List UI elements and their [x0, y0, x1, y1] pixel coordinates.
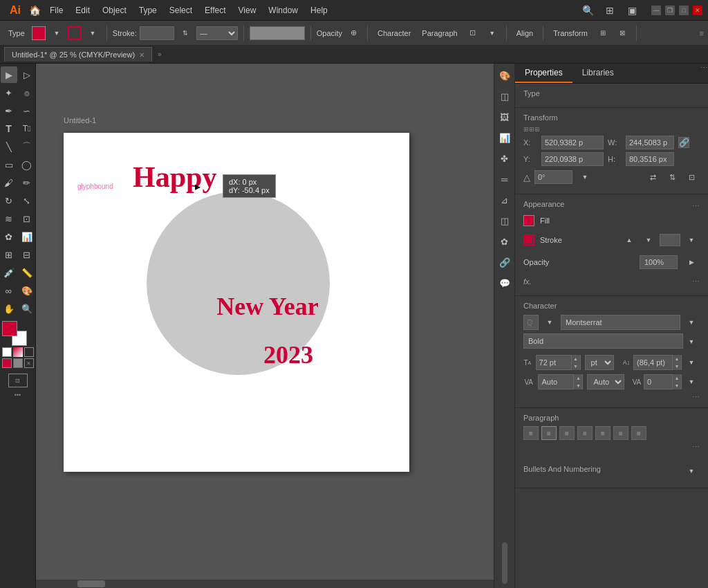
tab-libraries[interactable]: Libraries	[572, 64, 624, 83]
opacity-gradient-input[interactable]	[250, 26, 305, 40]
stroke-down-icon[interactable]: ▼	[640, 232, 657, 248]
type-options-icon[interactable]: ⊡	[465, 25, 481, 42]
align-justify-center-button[interactable]: ≡	[613, 426, 628, 440]
close-button[interactable]: ✕	[693, 6, 702, 15]
measure-tool[interactable]: 📏	[19, 264, 35, 281]
panel-more-icon[interactable]: ⋯	[700, 64, 708, 83]
opacity-options-icon[interactable]: ⊕	[345, 25, 362, 42]
direct-select-tool[interactable]: ▷	[19, 66, 35, 83]
search-icon[interactable]: 🔍	[579, 2, 596, 19]
leading-input[interactable]	[634, 357, 672, 368]
horizontal-scrollbar[interactable]	[36, 580, 506, 588]
align-left-button[interactable]: ≡	[523, 426, 539, 440]
puppet-icon[interactable]: ✤	[497, 151, 512, 166]
h-input[interactable]	[626, 152, 674, 166]
flip-vertical-icon[interactable]: ⇅	[664, 169, 680, 185]
fx-more-icon[interactable]: ⋯	[692, 277, 700, 286]
angle-input[interactable]	[534, 170, 572, 184]
symbol-icon[interactable]: ✿	[497, 234, 512, 249]
stroke-color-dropdown[interactable]: ▼	[683, 232, 700, 248]
transform-options-2[interactable]: ⊠	[614, 25, 631, 42]
image-icon[interactable]: 🖼	[497, 109, 512, 125]
slice-tool[interactable]: ⊟	[19, 246, 35, 263]
stroke-color-indicator[interactable]	[523, 235, 534, 246]
link-icon[interactable]: 🔗	[497, 255, 512, 270]
leading-down[interactable]: ▼	[673, 362, 681, 370]
transform-options-1[interactable]: ⊞	[595, 25, 611, 42]
align-justify-button[interactable]: ≡	[577, 426, 593, 440]
kerning-unit[interactable]: Auto	[587, 374, 624, 389]
menu-object[interactable]: Object	[97, 3, 132, 18]
rect-tool[interactable]: ▭	[1, 156, 17, 173]
lasso-tool[interactable]: ⌾	[19, 84, 35, 101]
menu-help[interactable]: Help	[305, 3, 333, 18]
stroke-up-icon[interactable]: ▲	[621, 232, 637, 248]
horizontal-scroll-thumb[interactable]	[77, 580, 105, 587]
live-paint-tool[interactable]: 🎨	[19, 282, 35, 299]
arc-tool[interactable]: ⌒	[19, 138, 35, 155]
type-extra-dropdown[interactable]: ▼	[484, 25, 501, 42]
tracking-input[interactable]	[644, 376, 672, 387]
restore-button[interactable]: ❐	[665, 6, 675, 15]
perspective-icon[interactable]: ⊿	[497, 192, 512, 208]
appearance-more-icon[interactable]: ⋯	[692, 202, 700, 211]
leading-up[interactable]: ▲	[673, 355, 681, 362]
more-tools-icon[interactable]: •••	[15, 392, 21, 398]
magic-wand-tool[interactable]: ✦	[1, 84, 17, 101]
tab-close-button[interactable]: ✕	[139, 51, 145, 59]
pencil-tool[interactable]: ✏	[19, 174, 35, 191]
menu-file[interactable]: File	[44, 3, 68, 18]
color-mode-icon[interactable]	[2, 358, 12, 368]
scale-tool[interactable]: ⤡	[19, 192, 35, 209]
line-icon[interactable]: ═	[497, 172, 512, 187]
stroke-style-select[interactable]: —	[196, 26, 238, 40]
tab-properties[interactable]: Properties	[515, 64, 572, 83]
home-icon[interactable]: 🏠	[26, 2, 43, 19]
fill-color-indicator[interactable]	[523, 215, 534, 226]
blend-tool[interactable]: ∞	[1, 282, 17, 299]
menu-select[interactable]: Select	[164, 3, 198, 18]
tab-more-button[interactable]: »	[158, 50, 162, 58]
align-justify-right-button[interactable]: ≡	[631, 426, 646, 440]
font-style-input[interactable]	[523, 333, 683, 349]
font-size-down[interactable]: ▼	[572, 362, 580, 370]
paragraph-more-icon[interactable]: ⋯	[692, 443, 700, 452]
eyedropper-tool[interactable]: 💉	[1, 264, 17, 281]
font-search-dropdown[interactable]: ▼	[541, 314, 558, 331]
kerning-up[interactable]: ▲	[574, 374, 582, 382]
stroke-dropdown-icon[interactable]: ▼	[84, 25, 101, 42]
angle-dropdown[interactable]: ▼	[577, 169, 593, 185]
none-color[interactable]	[2, 347, 12, 357]
font-search-input[interactable]	[523, 315, 539, 330]
flip-horizontal-icon[interactable]: ⇄	[644, 169, 661, 185]
maximize-button[interactable]: □	[679, 6, 689, 15]
align-right-button[interactable]: ≡	[559, 426, 575, 440]
comment-icon[interactable]: 💬	[497, 275, 512, 291]
foreground-color[interactable]	[2, 321, 17, 336]
mask-icon[interactable]: ◫	[497, 89, 512, 104]
free-transform-tool[interactable]: ⊡	[19, 210, 35, 227]
curvature-tool[interactable]: ∽	[19, 102, 35, 119]
select-tool[interactable]: ▶	[1, 66, 17, 83]
stroke-input[interactable]	[140, 26, 174, 40]
align-grid-icon[interactable]: ⊞⊞⊞	[523, 126, 540, 133]
document-tab[interactable]: Untitled-1* @ 25 % (CMYK/Preview) ✕	[4, 47, 152, 62]
stroke-color-box[interactable]	[660, 234, 680, 246]
panel-icon[interactable]: ▣	[624, 2, 640, 19]
opacity-app-input[interactable]	[640, 255, 678, 269]
zoom-tool[interactable]: 🔍	[19, 300, 35, 317]
menu-type[interactable]: Type	[133, 3, 162, 18]
layers-icon[interactable]: ◫	[497, 213, 512, 228]
menu-view[interactable]: View	[233, 3, 262, 18]
bullets-expand-icon[interactable]: ▼	[683, 463, 700, 479]
character-more-icon[interactable]: ⋯	[692, 393, 700, 402]
minimize-button[interactable]: —	[651, 6, 661, 15]
leading-dropdown[interactable]: ▼	[683, 354, 700, 371]
symbol-sprayer-tool[interactable]: ✿	[1, 228, 17, 245]
tracking-up[interactable]: ▲	[673, 374, 681, 382]
font-size-input[interactable]	[537, 357, 571, 368]
font-name-input[interactable]	[561, 315, 680, 330]
fill-color-swatch[interactable]	[32, 26, 46, 40]
tracking-down[interactable]: ▼	[673, 382, 681, 389]
w-input[interactable]	[626, 136, 674, 149]
